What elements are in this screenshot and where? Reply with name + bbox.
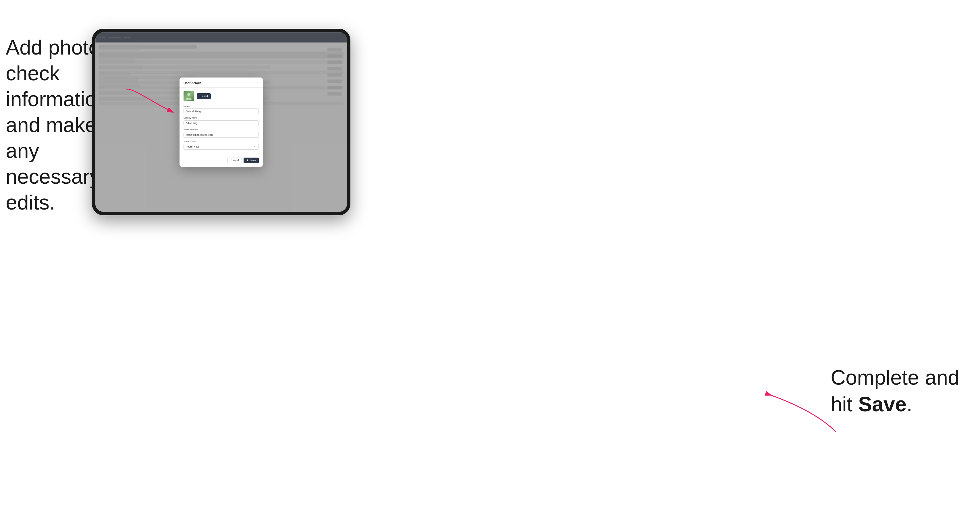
- user-details-modal: User details ×: [180, 78, 263, 167]
- school-year-label: School Year: [183, 140, 259, 143]
- modal-header: User details ×: [180, 78, 263, 87]
- display-name-form-group: Display name: [183, 116, 259, 126]
- school-year-form-group: School Year × ▲ ▼: [183, 140, 259, 149]
- save-button[interactable]: ⬆ Save: [243, 157, 259, 163]
- svg-point-0: [187, 93, 190, 96]
- school-year-input[interactable]: [183, 144, 259, 149]
- name-form-group: Name: [183, 105, 259, 114]
- email-form-group: Email address: [183, 128, 259, 138]
- stepper-down-icon[interactable]: ▼: [256, 146, 258, 148]
- school-year-wrapper: × ▲ ▼: [183, 143, 259, 149]
- annotation-arrow-right: [759, 386, 839, 438]
- school-year-controls: × ▲ ▼: [254, 145, 258, 148]
- school-year-stepper[interactable]: ▲ ▼: [256, 145, 258, 148]
- photo-section: Upload: [183, 91, 259, 101]
- modal-title: User details: [183, 81, 201, 85]
- display-name-label: Display name: [183, 116, 259, 119]
- name-label: Name: [183, 105, 259, 107]
- tablet-screen: CLIPD Communities Library: [95, 32, 347, 212]
- modal-body: Upload Name Display name Email addre: [180, 87, 263, 155]
- user-photo-thumbnail: [183, 91, 194, 101]
- modal-overlay: User details ×: [95, 32, 347, 212]
- cancel-button[interactable]: Cancel: [228, 157, 242, 163]
- save-icon: ⬆: [247, 159, 249, 162]
- annotation-right: Complete and hit Save.: [830, 364, 963, 418]
- email-input[interactable]: [183, 132, 259, 138]
- name-input[interactable]: [183, 108, 259, 114]
- close-icon[interactable]: ×: [256, 81, 259, 85]
- school-year-clear-icon[interactable]: ×: [254, 145, 255, 148]
- tablet-device: CLIPD Communities Library: [92, 29, 350, 215]
- display-name-input[interactable]: [183, 120, 259, 126]
- modal-footer: Cancel ⬆ Save: [180, 155, 263, 167]
- upload-photo-button[interactable]: Upload: [197, 93, 211, 99]
- email-label: Email address: [183, 128, 259, 131]
